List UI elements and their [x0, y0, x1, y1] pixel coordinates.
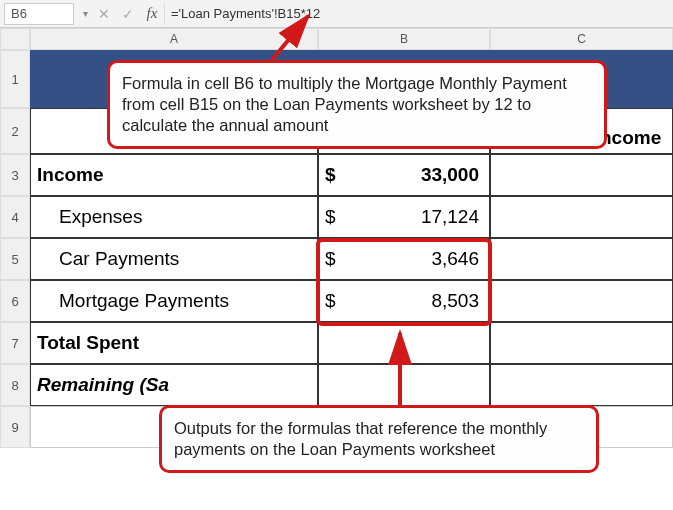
- label-total: Total Spent: [37, 332, 311, 354]
- cell-C6[interactable]: [490, 280, 673, 322]
- label-income: Income: [37, 164, 311, 186]
- cell-A4[interactable]: Expenses: [30, 196, 318, 238]
- name-box[interactable]: B6: [4, 3, 74, 25]
- col-header-A[interactable]: A: [30, 28, 318, 50]
- name-box-dropdown-icon[interactable]: ▾: [78, 8, 92, 19]
- cell-B8[interactable]: [318, 364, 490, 406]
- cell-C3[interactable]: [490, 154, 673, 196]
- row-header-4[interactable]: 4: [0, 196, 30, 238]
- callout-formula-text: Formula in cell B6 to multiply the Mortg…: [122, 74, 567, 134]
- confirm-icon[interactable]: ✓: [116, 6, 140, 22]
- formula-text: ='Loan Payments'!B15*12: [171, 6, 320, 21]
- name-box-value: B6: [11, 6, 27, 21]
- cell-C5[interactable]: [490, 238, 673, 280]
- cell-A7[interactable]: Total Spent: [30, 322, 318, 364]
- formula-input[interactable]: ='Loan Payments'!B15*12: [164, 3, 673, 25]
- row-header-6[interactable]: 6: [0, 280, 30, 322]
- cell-C8[interactable]: [490, 364, 673, 406]
- cell-B4[interactable]: $17,124: [318, 196, 490, 238]
- cell-B3[interactable]: $33,000: [318, 154, 490, 196]
- cell-A8[interactable]: Remaining (Sa: [30, 364, 318, 406]
- callout-formula: Formula in cell B6 to multiply the Mortg…: [107, 60, 607, 149]
- callout-outputs: Outputs for the formulas that reference …: [159, 405, 599, 473]
- row-header-8[interactable]: 8: [0, 364, 30, 406]
- row-header-2[interactable]: 2: [0, 108, 30, 154]
- cell-B7[interactable]: [318, 322, 490, 364]
- cell-B5[interactable]: $3,646: [318, 238, 490, 280]
- cancel-icon[interactable]: ✕: [92, 6, 116, 22]
- cell-B6[interactable]: $8,503: [318, 280, 490, 322]
- col-header-B[interactable]: B: [318, 28, 490, 50]
- select-all-corner[interactable]: [0, 28, 30, 50]
- cell-A5[interactable]: Car Payments: [30, 238, 318, 280]
- cell-A3[interactable]: Income: [30, 154, 318, 196]
- cell-A6[interactable]: Mortgage Payments: [30, 280, 318, 322]
- label-expenses: Expenses: [59, 206, 311, 228]
- col-header-C[interactable]: C: [490, 28, 673, 50]
- row-header-3[interactable]: 3: [0, 154, 30, 196]
- row-header-5[interactable]: 5: [0, 238, 30, 280]
- label-remain: Remaining (Sa: [37, 374, 311, 396]
- label-car: Car Payments: [59, 248, 311, 270]
- cell-C7[interactable]: [490, 322, 673, 364]
- fx-icon[interactable]: fx: [140, 5, 164, 22]
- row-header-1[interactable]: 1: [0, 50, 30, 108]
- formula-bar: B6 ▾ ✕ ✓ fx ='Loan Payments'!B15*12: [0, 0, 673, 28]
- row-header-7[interactable]: 7: [0, 322, 30, 364]
- row-header-9[interactable]: 9: [0, 406, 30, 448]
- cell-C4[interactable]: [490, 196, 673, 238]
- callout-outputs-text: Outputs for the formulas that reference …: [174, 419, 547, 458]
- label-mortgage: Mortgage Payments: [59, 290, 311, 312]
